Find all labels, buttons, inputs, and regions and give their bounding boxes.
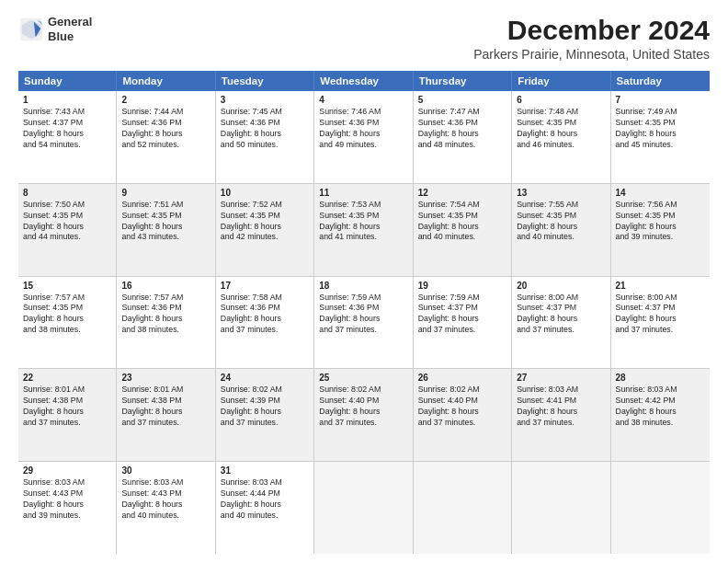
cell-line: Sunset: 4:39 PM: [221, 396, 309, 407]
calendar-header-cell: Friday: [512, 71, 610, 91]
cell-line: Sunset: 4:41 PM: [517, 396, 605, 407]
cell-line: Daylight: 8 hours: [418, 314, 506, 325]
table-row: 3Sunrise: 7:45 AMSunset: 4:36 PMDaylight…: [216, 91, 314, 183]
table-row: 30Sunrise: 8:03 AMSunset: 4:43 PMDayligh…: [117, 462, 215, 554]
day-number: 29: [23, 465, 111, 476]
table-row: 29Sunrise: 8:03 AMSunset: 4:43 PMDayligh…: [18, 462, 117, 554]
cell-line: Daylight: 8 hours: [319, 222, 407, 233]
cell-line: Daylight: 8 hours: [121, 500, 210, 511]
cell-line: Sunrise: 8:01 AM: [121, 385, 210, 396]
cell-line: Sunset: 4:35 PM: [121, 211, 210, 222]
table-row: 16Sunrise: 7:57 AMSunset: 4:36 PMDayligh…: [117, 277, 215, 369]
day-number: 7: [616, 95, 705, 105]
cell-line: Sunrise: 7:54 AM: [418, 200, 506, 211]
table-row: 15Sunrise: 7:57 AMSunset: 4:35 PMDayligh…: [18, 277, 117, 369]
cell-line: and 54 minutes.: [23, 140, 111, 151]
cell-line: and 40 minutes.: [221, 511, 309, 522]
cell-line: Daylight: 8 hours: [23, 129, 111, 140]
table-row: 20Sunrise: 8:00 AMSunset: 4:37 PMDayligh…: [512, 277, 610, 369]
cell-line: and 48 minutes.: [418, 140, 506, 151]
cell-line: Daylight: 8 hours: [418, 222, 506, 233]
cell-line: Sunrise: 7:59 AM: [418, 293, 506, 304]
cell-line: and 38 minutes.: [121, 325, 210, 336]
table-row: 24Sunrise: 8:02 AMSunset: 4:39 PMDayligh…: [216, 369, 314, 461]
day-number: 28: [616, 373, 705, 383]
cell-line: and 37 minutes.: [418, 325, 506, 336]
cell-line: Daylight: 8 hours: [418, 407, 506, 418]
cell-line: Sunset: 4:35 PM: [517, 118, 605, 129]
cell-line: Sunrise: 7:52 AM: [221, 200, 309, 211]
cell-line: and 37 minutes.: [418, 418, 506, 429]
cell-line: and 44 minutes.: [23, 232, 111, 243]
day-number: 16: [121, 281, 210, 291]
cell-line: Sunrise: 8:03 AM: [616, 385, 705, 396]
day-number: 25: [319, 373, 407, 383]
cell-line: Sunset: 4:36 PM: [221, 118, 309, 129]
day-number: 21: [616, 281, 705, 291]
table-row: 11Sunrise: 7:53 AMSunset: 4:35 PMDayligh…: [314, 184, 413, 276]
day-number: 17: [221, 281, 309, 291]
cell-line: Sunrise: 8:03 AM: [517, 385, 605, 396]
cell-line: Daylight: 8 hours: [319, 407, 407, 418]
cell-line: and 42 minutes.: [221, 232, 309, 243]
cell-line: Sunset: 4:36 PM: [221, 303, 309, 314]
calendar-row: 29Sunrise: 8:03 AMSunset: 4:43 PMDayligh…: [18, 462, 710, 554]
cell-line: and 37 minutes.: [319, 418, 407, 429]
cell-line: Sunrise: 7:58 AM: [221, 293, 309, 304]
cell-line: and 45 minutes.: [616, 140, 705, 151]
cell-line: Sunset: 4:35 PM: [616, 118, 705, 129]
table-row: 21Sunrise: 8:00 AMSunset: 4:37 PMDayligh…: [611, 277, 710, 369]
cell-line: and 37 minutes.: [319, 325, 407, 336]
cell-line: Daylight: 8 hours: [221, 222, 309, 233]
cell-line: and 38 minutes.: [23, 325, 111, 336]
day-number: 26: [418, 373, 506, 383]
cell-line: Daylight: 8 hours: [418, 129, 506, 140]
cell-line: Sunrise: 7:57 AM: [121, 293, 210, 304]
cell-line: Sunset: 4:35 PM: [616, 211, 705, 222]
cell-line: Sunrise: 7:56 AM: [616, 200, 705, 211]
cell-line: Sunrise: 7:44 AM: [121, 107, 210, 118]
logo-line1: General: [48, 15, 92, 29]
table-row: 23Sunrise: 8:01 AMSunset: 4:38 PMDayligh…: [117, 369, 215, 461]
cell-line: Sunrise: 8:02 AM: [319, 385, 407, 396]
cell-line: Daylight: 8 hours: [121, 407, 210, 418]
logo-text: General Blue: [48, 15, 92, 43]
cell-line: Sunrise: 7:48 AM: [517, 107, 605, 118]
cell-line: Daylight: 8 hours: [616, 314, 705, 325]
table-row: [611, 462, 710, 554]
cell-line: Sunrise: 8:00 AM: [517, 293, 605, 304]
table-row: [512, 462, 610, 554]
table-row: 8Sunrise: 7:50 AMSunset: 4:35 PMDaylight…: [18, 184, 117, 276]
cell-line: Sunset: 4:42 PM: [616, 396, 705, 407]
cell-line: Daylight: 8 hours: [23, 407, 111, 418]
cell-line: Sunset: 4:40 PM: [319, 396, 407, 407]
cell-line: Daylight: 8 hours: [319, 129, 407, 140]
cell-line: and 43 minutes.: [121, 232, 210, 243]
table-row: 7Sunrise: 7:49 AMSunset: 4:35 PMDaylight…: [611, 91, 710, 183]
cell-line: Sunset: 4:35 PM: [319, 211, 407, 222]
calendar-header: SundayMondayTuesdayWednesdayThursdayFrid…: [18, 71, 710, 91]
cell-line: and 37 minutes.: [616, 325, 705, 336]
calendar-header-cell: Wednesday: [314, 71, 413, 91]
cell-line: Daylight: 8 hours: [616, 407, 705, 418]
day-number: 30: [121, 465, 210, 476]
calendar-row: 8Sunrise: 7:50 AMSunset: 4:35 PMDaylight…: [18, 184, 710, 277]
cell-line: Sunrise: 8:02 AM: [418, 385, 506, 396]
cell-line: Sunrise: 8:01 AM: [23, 385, 111, 396]
cell-line: Sunrise: 7:51 AM: [121, 200, 210, 211]
cell-line: and 37 minutes.: [221, 325, 309, 336]
cell-line: Sunrise: 8:03 AM: [121, 477, 210, 488]
title-block: December 2024 Parkers Prairie, Minnesota…: [473, 15, 710, 62]
subtitle: Parkers Prairie, Minnesota, United State…: [473, 47, 710, 62]
table-row: 27Sunrise: 8:03 AMSunset: 4:41 PMDayligh…: [512, 369, 610, 461]
day-number: 4: [319, 95, 407, 105]
logo-line2: Blue: [48, 29, 74, 43]
day-number: 22: [23, 373, 111, 383]
logo-icon: [18, 17, 44, 42]
cell-line: Sunset: 4:36 PM: [319, 303, 407, 314]
cell-line: Sunset: 4:36 PM: [319, 118, 407, 129]
cell-line: Sunrise: 7:43 AM: [23, 107, 111, 118]
table-row: 6Sunrise: 7:48 AMSunset: 4:35 PMDaylight…: [512, 91, 610, 183]
day-number: 12: [418, 188, 506, 198]
cell-line: Sunset: 4:37 PM: [616, 303, 705, 314]
